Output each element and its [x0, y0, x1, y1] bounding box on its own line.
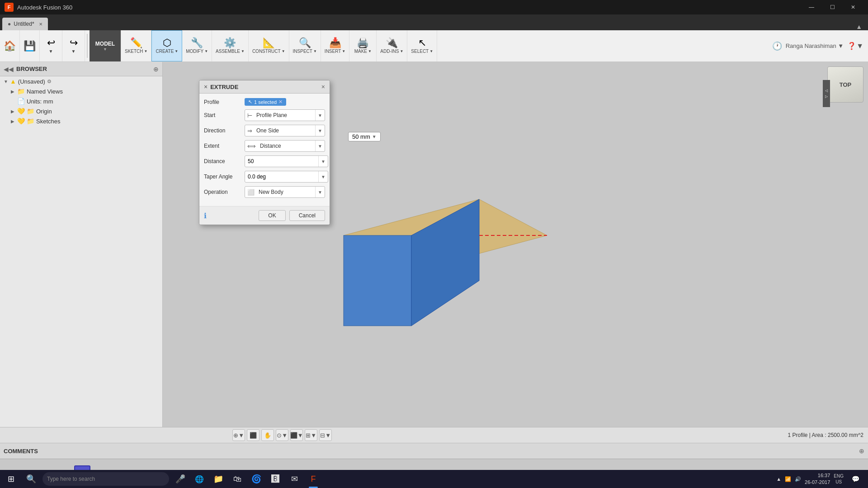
history-icon[interactable]: 🕐 — [772, 41, 782, 51]
taskbar-store[interactable]: 🛍 — [228, 470, 247, 488]
zoom-fit-tool[interactable]: ⊙▼ — [276, 429, 288, 441]
pan-tool[interactable]: ✋ — [261, 429, 274, 441]
sidebar-header: ◀◀ BROWSER ⊕ — [0, 62, 162, 76]
grid-tool[interactable]: ⊞▼ — [305, 429, 317, 441]
ribbon-make[interactable]: 🖨️ MAKE ▼ — [349, 30, 377, 61]
distance-label[interactable]: 50 mm ▼ — [348, 132, 381, 141]
distance-input[interactable] — [245, 158, 318, 164]
dialog-close-button[interactable]: × — [321, 83, 325, 90]
maximize-button[interactable]: ☐ — [822, 0, 843, 14]
settings-icon[interactable]: ⚙ — [47, 79, 52, 84]
extent-control[interactable]: ⟺ Distance ▼ — [245, 140, 325, 152]
tree-item-unsaved[interactable]: ▼ ▲ (Unsaved) ⚙ — [0, 76, 162, 86]
ribbon-select[interactable]: ↖ SELECT ▼ — [407, 30, 437, 61]
taskbar-cortana[interactable]: 🎤 — [171, 470, 190, 488]
taskbar-mail[interactable]: ✉ — [285, 470, 304, 488]
view-tool[interactable]: ⊟▼ — [319, 429, 332, 441]
volume-icon[interactable]: 🔊 — [795, 476, 801, 482]
taskbar-chrome[interactable]: 🌀 — [247, 470, 266, 488]
ribbon-modify[interactable]: 🔧 MODIFY ▼ — [182, 30, 212, 61]
ok-button[interactable]: OK — [259, 210, 285, 221]
ribbon-create[interactable]: ⬡ CREATE ▼ — [151, 30, 182, 61]
ribbon-addins[interactable]: 🔌 ADD-INS ▼ — [377, 30, 407, 61]
ribbon-assemble[interactable]: ⚙️ ASSEMBLE ▼ — [212, 30, 249, 61]
taskbar-fusion[interactable]: F — [304, 470, 323, 488]
direction-control[interactable]: ⇒ One Side ▼ — [245, 125, 325, 136]
start-arrow[interactable]: ▼ — [315, 110, 325, 121]
sidebar-settings-icon[interactable]: ⊕ — [153, 66, 159, 73]
taskbar-search[interactable]: Type here to search — [42, 472, 169, 486]
direction-dropdown[interactable]: ⇒ One Side ▼ — [245, 125, 325, 136]
ribbon-insert[interactable]: 📥 INSERT ▼ — [321, 30, 349, 61]
distance-input-ctrl[interactable]: ▼ — [245, 155, 328, 167]
active-tab[interactable]: ● Untitled* ✕ — [2, 18, 48, 30]
taskbar-blender[interactable]: 🅱 — [266, 470, 285, 488]
start-dropdown[interactable]: ⊢ Profile Plane ▼ — [245, 109, 325, 121]
system-clock[interactable]: 16:37 26-07-2017 — [805, 472, 830, 486]
view-cube[interactable]: TOP ◁ ▷ — [823, 66, 863, 107]
direction-arrow[interactable]: ▼ — [315, 125, 325, 136]
snap-tool[interactable]: ⊕▼ — [232, 429, 245, 441]
tab-close-button[interactable]: ✕ — [39, 22, 42, 27]
app-icon: F — [5, 3, 14, 12]
svg-rect-1 — [344, 235, 411, 326]
sidebar-back[interactable]: ◀◀ — [4, 66, 14, 73]
taper-angle-input[interactable] — [245, 174, 318, 180]
operation-arrow[interactable]: ▼ — [315, 187, 325, 197]
tree-item-units[interactable]: 📄 Units: mm — [0, 96, 162, 106]
ribbon: 🏠 💾 ↩ ▼ ↪ ▼ MODEL ▼ ✏️ SKETCH ▼ ⬡ CREATE… — [0, 30, 868, 62]
tree-item-label: Sketches — [36, 118, 60, 125]
ribbon-inspect[interactable]: 🔍 INSPECT ▼ — [289, 30, 321, 61]
operation-control[interactable]: ⬜ New Body ▼ — [245, 186, 325, 198]
profile-selected-badge[interactable]: ↖ 1 selected ✕ — [245, 98, 286, 106]
nav-left[interactable]: ◁ — [825, 89, 828, 93]
tab-bar: ● Untitled* ✕ ▲ — [0, 14, 868, 30]
view-cube-top-label: TOP — [840, 81, 852, 88]
ribbon-home[interactable]: 🏠 — [0, 30, 20, 61]
sketch-icon: 💛 — [17, 117, 25, 125]
expand-tabs-button[interactable]: ▲ — [852, 23, 866, 30]
main-area: ◀◀ BROWSER ⊕ ▼ ▲ (Unsaved) ⚙ ▶ 📁 Named V… — [0, 62, 868, 427]
taper-angle-control[interactable]: ▼ — [245, 171, 328, 183]
distance-dropdown-arrow[interactable]: ▼ — [372, 134, 377, 139]
ribbon-construct[interactable]: 📐 CONSTRUCT ▼ — [249, 30, 289, 61]
viewport[interactable]: TOP ◁ ▷ 50 mm ▼ — [163, 62, 868, 427]
comments-expand-icon[interactable]: ⊕ — [859, 447, 864, 455]
distance-control[interactable]: ▼ — [245, 155, 328, 167]
ribbon-undo[interactable]: ↩ ▼ — [40, 30, 62, 61]
cancel-button[interactable]: Cancel — [289, 210, 325, 221]
network-icon[interactable]: 📶 — [785, 476, 791, 482]
ribbon-sketch[interactable]: ✏️ SKETCH ▼ — [121, 30, 151, 61]
taskbar-explorer[interactable]: 📁 — [209, 470, 228, 488]
ribbon-redo[interactable]: ↪ ▼ — [62, 30, 85, 61]
comments-title: COMMENTS — [4, 448, 38, 455]
taper-angle-arrow[interactable]: ▼ — [318, 171, 328, 182]
tree-item-named-views[interactable]: ▶ 📁 Named Views — [0, 86, 162, 96]
nav-right[interactable]: ▷ — [825, 94, 828, 99]
tray-up-icon[interactable]: ▲ — [776, 476, 781, 482]
start-control[interactable]: ⊢ Profile Plane ▼ — [245, 109, 325, 121]
notification-button[interactable]: 💬 — [847, 470, 863, 488]
ribbon-save[interactable]: 💾 — [20, 30, 40, 61]
operation-dropdown[interactable]: ⬜ New Body ▼ — [245, 186, 325, 198]
taskbar-ie[interactable]: 🌐 — [190, 470, 209, 488]
region-label: ENGUS — [834, 473, 844, 485]
minimize-button[interactable]: — — [801, 0, 822, 14]
close-button[interactable]: ✕ — [843, 0, 863, 14]
distance-arrow[interactable]: ▼ — [318, 156, 328, 167]
help-icon[interactable]: ❓▼ — [847, 42, 863, 50]
extent-arrow[interactable]: ▼ — [315, 141, 325, 151]
taskbar-search-icon[interactable]: 🔍 — [22, 470, 41, 488]
info-icon[interactable]: ℹ — [204, 211, 207, 220]
tree-item-origin[interactable]: ▶ 💛 📁 Origin — [0, 106, 162, 116]
display-mode[interactable]: ⬛▼ — [290, 429, 303, 441]
profile-clear-button[interactable]: ✕ — [278, 99, 283, 105]
ribbon-model[interactable]: MODEL ▼ — [90, 30, 121, 61]
start-button[interactable]: ⊞ — [0, 470, 22, 488]
tree-item-sketches[interactable]: ▶ 💛 📁 Sketches — [0, 116, 162, 126]
taper-angle-input-ctrl[interactable]: ▼ — [245, 171, 328, 183]
direction-label: Direction — [204, 127, 245, 134]
extent-dropdown[interactable]: ⟺ Distance ▼ — [245, 140, 325, 152]
record-tool[interactable]: ⬛ — [247, 429, 259, 441]
direction-icon: ⇒ — [245, 127, 255, 134]
